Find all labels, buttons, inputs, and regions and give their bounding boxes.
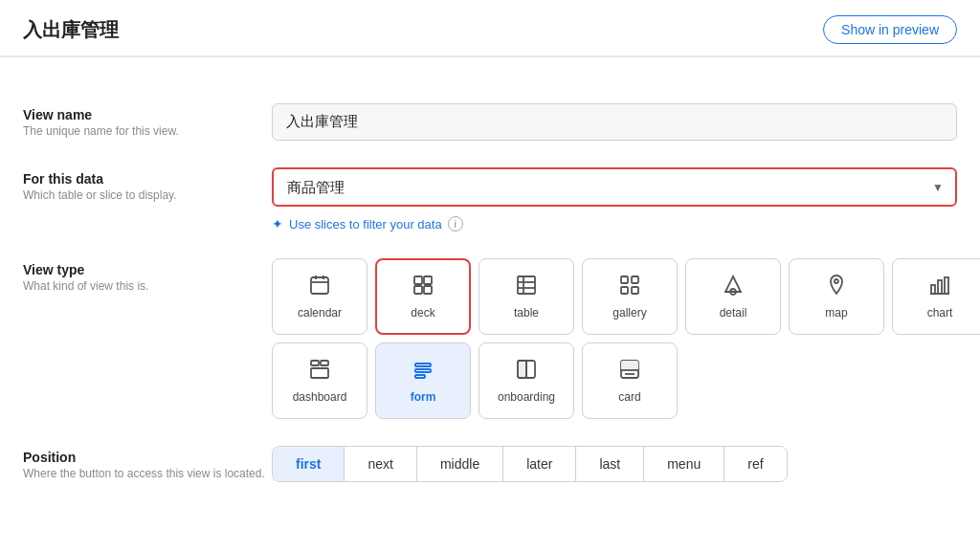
view-type-chart-button[interactable]: chart: [892, 258, 980, 335]
for-this-data-label-col: For this data Which table or slice to di…: [23, 167, 272, 202]
position-description: Where the button to access this view is …: [23, 467, 272, 480]
svg-rect-26: [415, 364, 431, 366]
view-name-input-col: [272, 103, 957, 141]
card-label: card: [618, 390, 640, 404]
svg-rect-33: [621, 361, 638, 370]
form-label: form: [411, 390, 436, 404]
map-icon: [825, 274, 848, 300]
position-input-col: first next middle later last menu ref: [272, 446, 957, 482]
header: 入出庫管理 Show in preview: [0, 0, 980, 56]
view-type-gallery-button[interactable]: gallery: [582, 258, 678, 335]
view-type-dashboard-button[interactable]: dashboard: [272, 342, 368, 419]
table-label: table: [514, 306, 539, 320]
table-icon: [515, 274, 538, 300]
dashboard-label: dashboard: [293, 390, 347, 404]
view-type-label: View type: [23, 262, 272, 277]
slice-sparkle-icon: ✦: [272, 216, 283, 231]
slice-filter-link[interactable]: ✦ Use slices to filter your data i: [272, 216, 957, 231]
view-name-label: View name: [23, 107, 272, 122]
position-first-button[interactable]: first: [273, 447, 345, 481]
svg-rect-13: [632, 276, 638, 283]
chart-label: chart: [927, 306, 953, 320]
detail-label: detail: [720, 306, 747, 320]
main-content: View name The unique name for this view.…: [0, 80, 980, 532]
data-source-select[interactable]: 商品管理: [272, 167, 957, 207]
position-next-button[interactable]: next: [345, 447, 416, 481]
svg-rect-27: [415, 369, 431, 372]
view-name-label-col: View name The unique name for this view.: [23, 103, 272, 138]
view-type-row: View type What kind of view this is.: [23, 258, 957, 419]
view-type-form-button[interactable]: form: [375, 342, 471, 419]
data-source-select-wrapper: 商品管理 ▼: [272, 167, 957, 207]
view-type-rows: calendar: [272, 258, 980, 419]
position-middle-button[interactable]: middle: [417, 447, 503, 481]
position-later-button[interactable]: later: [503, 447, 576, 481]
view-name-row: View name The unique name for this view.: [23, 103, 957, 141]
for-this-data-input-col: 商品管理 ▼ ✦ Use slices to filter your data …: [272, 167, 957, 231]
view-type-card-button[interactable]: card: [582, 342, 678, 419]
view-name-description: The unique name for this view.: [23, 124, 272, 138]
chart-icon: [928, 274, 951, 300]
show-preview-button[interactable]: Show in preview: [823, 15, 957, 44]
deck-icon: [412, 274, 434, 300]
svg-rect-7: [424, 286, 432, 294]
svg-point-18: [835, 279, 838, 283]
view-type-calendar-button[interactable]: calendar: [272, 258, 368, 335]
position-menu-button[interactable]: menu: [644, 447, 724, 481]
svg-rect-24: [321, 361, 328, 365]
svg-rect-4: [414, 276, 422, 284]
svg-rect-23: [311, 361, 319, 365]
svg-rect-6: [414, 286, 422, 294]
view-type-map-button[interactable]: map: [789, 258, 884, 335]
svg-rect-14: [621, 287, 628, 294]
position-ref-button[interactable]: ref: [724, 447, 786, 481]
gallery-icon: [618, 274, 641, 300]
deck-label: deck: [411, 306, 434, 320]
for-this-data-row: For this data Which table or slice to di…: [23, 167, 957, 231]
calendar-label: calendar: [298, 306, 342, 320]
map-label: map: [825, 306, 847, 320]
svg-rect-20: [938, 280, 942, 294]
svg-rect-8: [518, 276, 535, 294]
view-type-input-col: calendar: [272, 258, 980, 419]
svg-rect-19: [931, 285, 935, 294]
svg-rect-21: [945, 277, 948, 294]
view-name-input[interactable]: [272, 103, 957, 141]
detail-icon: [722, 274, 745, 300]
card-icon: [618, 358, 641, 385]
svg-rect-0: [311, 277, 328, 294]
onboarding-label: onboarding: [498, 390, 555, 404]
page-container: 入出庫管理 Show in preview View name The uniq…: [0, 0, 980, 551]
view-type-detail-button[interactable]: detail: [685, 258, 781, 335]
svg-rect-12: [621, 276, 628, 283]
calendar-icon: [308, 274, 331, 300]
dashboard-icon: [308, 358, 331, 385]
onboarding-icon: [515, 358, 538, 385]
view-type-deck-button[interactable]: deck: [375, 258, 471, 335]
gallery-label: gallery: [612, 306, 646, 320]
view-type-description: What kind of view this is.: [23, 279, 272, 293]
view-type-label-col: View type What kind of view this is.: [23, 258, 272, 293]
header-divider: [0, 56, 980, 57]
svg-rect-28: [415, 375, 425, 378]
for-this-data-label: For this data: [23, 171, 272, 187]
position-button-row: first next middle later last menu ref: [272, 446, 788, 482]
for-this-data-description: Which table or slice to display.: [23, 188, 272, 202]
svg-rect-25: [311, 368, 328, 378]
svg-rect-15: [632, 287, 638, 294]
svg-rect-5: [424, 276, 432, 284]
view-type-table-button[interactable]: table: [479, 258, 574, 335]
svg-rect-30: [518, 361, 526, 378]
info-icon[interactable]: i: [448, 216, 463, 231]
view-type-row-2: dashboard form: [272, 342, 980, 419]
form-icon: [412, 358, 434, 385]
position-label-col: Position Where the button to access this…: [23, 446, 272, 480]
position-label: Position: [23, 450, 272, 465]
position-last-button[interactable]: last: [576, 447, 644, 481]
position-row: Position Where the button to access this…: [23, 446, 957, 482]
view-type-row-1: calendar: [272, 258, 980, 335]
slice-link-text: Use slices to filter your data: [289, 217, 442, 231]
page-title: 入出庫管理: [23, 17, 119, 43]
view-type-onboarding-button[interactable]: onboarding: [479, 342, 574, 419]
